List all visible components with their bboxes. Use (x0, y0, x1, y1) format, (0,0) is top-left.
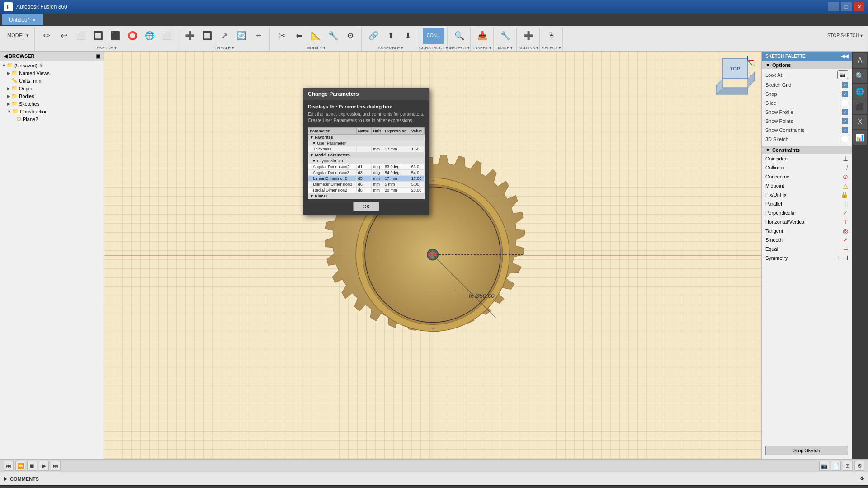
svg-text:TOP: TOP (730, 66, 740, 71)
sketch-grid-checkbox[interactable]: ✓ (842, 82, 848, 88)
make-button[interactable]: 🔧 (497, 28, 514, 44)
timeline-doc-button[interactable]: 📄 (831, 461, 841, 471)
timeline-start-button[interactable]: ⏮ (4, 461, 14, 471)
param-angular-dim3[interactable]: Angular Dimension3d3deg54.0deg54.0 (308, 170, 425, 176)
browser-item-construction[interactable]: ▼ 📁 Construction (0, 108, 104, 115)
addins-button[interactable]: ➕ (520, 28, 537, 44)
sketch-push-button[interactable]: 🔲 (90, 28, 106, 44)
param-angular-dim2[interactable]: Angular Dimension2d1deg63.0deg63.0 (308, 164, 425, 170)
param-diameter-dim3[interactable]: Diameter Dimension3d6mm5 mm5.00 (308, 182, 425, 188)
comments-settings-icon[interactable]: ⚙ (860, 476, 864, 482)
browser-item-plane2[interactable]: ▶ ⬡ Plane2 (0, 115, 104, 123)
far-right-btn-6[interactable]: 📊 (853, 130, 867, 145)
insert-button[interactable]: 📥 (474, 28, 491, 44)
svg-text:fx Ø50.00: fx Ø50.00 (469, 292, 495, 299)
browser-item-origin[interactable]: ▶ 📁 Origin (0, 84, 104, 92)
timeline-grid-button[interactable]: ⊞ (843, 461, 853, 471)
constraint-concentric[interactable]: Concentric ⊙ (762, 172, 852, 181)
browser-item-named-views[interactable]: ▶ 📁 Named Views (0, 69, 104, 77)
col-name: Name (356, 128, 371, 135)
viewport[interactable]: fx Ø50.00 + + + TOP (104, 52, 761, 459)
modify-wrench-button[interactable]: 🔧 (325, 28, 341, 44)
tab-untitled[interactable]: Untitled* ✕ (2, 14, 43, 25)
model-dropdown[interactable]: MODEL ▾ (5, 28, 32, 44)
show-constraints-label: Show Constraints (765, 127, 804, 133)
constraint-smooth[interactable]: Smooth ↗ (762, 235, 852, 244)
sketch-edit-button[interactable]: ✏ (38, 28, 55, 44)
browser-item-unsaved[interactable]: ▼ 📁 (Unsaved) ⚙ (0, 61, 104, 69)
close-button[interactable]: ✕ (854, 2, 864, 11)
far-right-btn-2[interactable]: 🔍 (853, 69, 867, 83)
constraint-coincident[interactable]: Coincident ⊥ (762, 154, 852, 163)
maximize-button[interactable]: □ (841, 2, 852, 11)
create-mirror-button[interactable]: ↔ (250, 28, 267, 44)
far-right-btn-5[interactable]: X (853, 115, 867, 129)
sketch-rect-button[interactable]: ⬜ (73, 28, 89, 44)
popup-ok-button[interactable]: OK (353, 202, 379, 211)
3d-sketch-checkbox[interactable] (842, 136, 848, 142)
sketch-circle-button[interactable]: ⭕ (124, 28, 141, 44)
timeline-end-button[interactable]: ⏭ (51, 461, 61, 471)
create-plus-button[interactable]: ➕ (182, 28, 198, 44)
construct-button[interactable]: CON... (423, 28, 444, 44)
comments-expand-icon[interactable]: ▶ (4, 476, 7, 482)
assemble-link-button[interactable]: 🔗 (365, 28, 382, 44)
constraint-midpoint[interactable]: Midpoint △ (762, 181, 852, 190)
show-constraints-checkbox[interactable]: ✓ (842, 127, 848, 133)
constraint-symmetry[interactable]: Symmetry ⊢⊣ (762, 253, 852, 263)
timeline-play-button[interactable]: ▶ (39, 461, 49, 471)
far-right-btn-3[interactable]: 🌐 (853, 84, 867, 99)
far-right-btn-4[interactable]: ⬛ (853, 99, 867, 114)
constraints-section-header[interactable]: ▼ Constraints (762, 146, 852, 154)
sketch-palette-title: SKETCH PALETTE (765, 54, 806, 59)
show-profile-checkbox[interactable]: ✓ (842, 109, 848, 115)
constraint-collinear[interactable]: Collinear / (762, 163, 852, 172)
create-rotate-button[interactable]: 🔄 (233, 28, 250, 44)
create-rect-button[interactable]: 🔲 (199, 28, 215, 44)
browser-item-sketches[interactable]: ▶ 📁 Sketches (0, 100, 104, 108)
assemble-down-button[interactable]: ⬇ (400, 28, 416, 44)
sketch-globe-button[interactable]: 🌐 (142, 28, 158, 44)
sketch-square-button[interactable]: ⬜ (159, 28, 175, 44)
modify-cut-button[interactable]: ✂ (274, 28, 290, 44)
browser-collapse-icon[interactable]: ▣ (95, 53, 100, 59)
constraint-equal[interactable]: Equal ═ (762, 244, 852, 253)
far-right-btn-1[interactable]: A (853, 53, 867, 68)
inspect-button[interactable]: 🔍 (451, 28, 467, 44)
stop-sketch-toolbar-button[interactable]: STOP SKETCH ▾ (827, 28, 863, 44)
constraint-perpendicular[interactable]: Perpendicular ✓ (762, 208, 852, 217)
constraint-tangent[interactable]: Tangent ◎ (762, 226, 852, 235)
nav-cube-svg: TOP X Y Z (714, 56, 755, 97)
sketch-undo-button[interactable]: ↩ (56, 28, 72, 44)
slice-checkbox[interactable] (842, 100, 848, 106)
stop-sketch-button[interactable]: Stop Sketch (765, 446, 848, 455)
constraint-parallel[interactable]: Parallel ∥ (762, 199, 852, 208)
minimize-button[interactable]: ─ (828, 2, 839, 11)
select-button[interactable]: 🖱 (543, 28, 560, 44)
show-points-checkbox[interactable]: ✓ (842, 118, 848, 124)
timeline-stop-button[interactable]: ⏹ (27, 461, 37, 471)
options-section-header[interactable]: ▼ Options (762, 61, 852, 69)
modify-measure-button[interactable]: 📐 (308, 28, 324, 44)
assemble-up-button[interactable]: ⬆ (382, 28, 399, 44)
timeline-prev-button[interactable]: ⏪ (15, 461, 25, 471)
param-thickness[interactable]: Thicknessmm1.5mm1.50 (308, 146, 425, 152)
nav-cube[interactable]: TOP X Y Z (714, 56, 755, 97)
create-arrow-button[interactable]: ↗ (216, 28, 232, 44)
param-linear-dim2[interactable]: Linear Dimension2d5mm17 mm17.00 (308, 176, 425, 182)
param-radial-dim2[interactable]: Radial Dimension2d8mm20 mm20.00 (308, 188, 425, 193)
browser-item-units[interactable]: ▶ 📏 Units: mm (0, 77, 104, 84)
sketch-solid-button[interactable]: ⬛ (107, 28, 123, 44)
sketch-group-label: SKETCH ▾ (97, 46, 117, 50)
constraint-fix-unfix[interactable]: Fix/UnFix 🔒 (762, 190, 852, 199)
snap-checkbox[interactable]: ✓ (842, 91, 848, 97)
constraint-horizontal-vertical[interactable]: Horizontal/Vertical ⊤ (762, 217, 852, 226)
timeline-settings-button[interactable]: ⚙ (854, 461, 864, 471)
modify-gear-button[interactable]: ⚙ (342, 28, 359, 44)
browser-item-bodies[interactable]: ▶ 📁 Bodies (0, 92, 104, 100)
timeline-camera-button[interactable]: 📷 (819, 461, 829, 471)
sketch-palette-pin-icon[interactable]: ◀◀ (841, 53, 848, 59)
tab-close-icon[interactable]: ✕ (32, 18, 36, 23)
modify-back-button[interactable]: ⬅ (291, 28, 307, 44)
look-at-button[interactable]: 📷 (837, 70, 848, 79)
